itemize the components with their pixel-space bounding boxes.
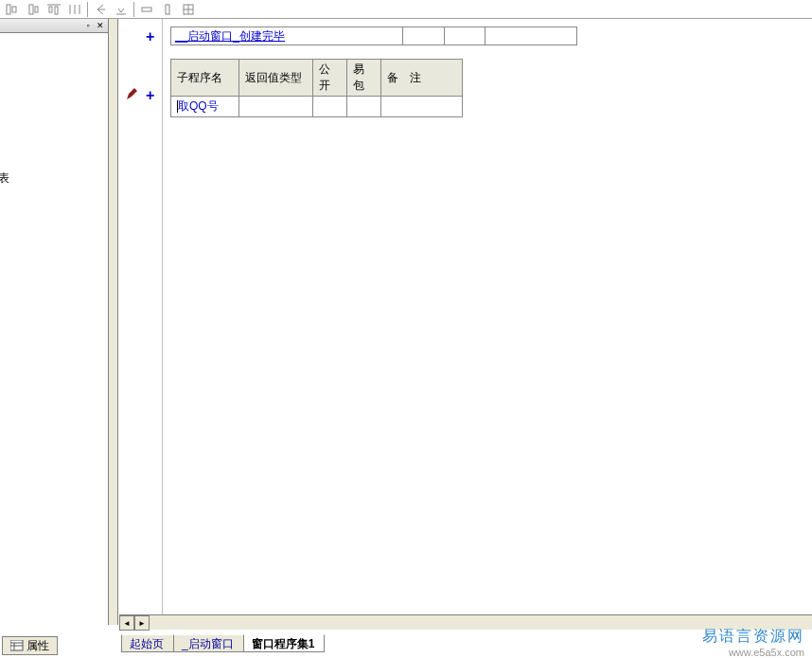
event-link[interactable]: __启动窗口_创建完毕	[175, 28, 285, 44]
svg-rect-3	[35, 7, 38, 12]
expand-marker[interactable]: +	[146, 28, 154, 45]
svg-rect-0	[7, 5, 10, 14]
size-both-btn[interactable]	[178, 1, 199, 18]
toolbar-separator	[133, 2, 134, 17]
svg-rect-5	[49, 7, 52, 12]
side-panel: ▫ ✕ 表	[0, 19, 109, 625]
properties-tab-bar: 属性	[2, 635, 58, 656]
properties-tab-label: 属性	[26, 638, 49, 654]
toolbar-separator	[87, 2, 88, 17]
table-row: 取QQ号	[171, 97, 463, 117]
tab-main-window[interactable]: _启动窗口	[173, 634, 244, 652]
svg-rect-6	[55, 7, 58, 14]
move-down-btn[interactable]	[111, 1, 132, 18]
watermark-en: www.e5a5x.com	[702, 647, 804, 658]
return-type-cell[interactable]	[239, 97, 313, 117]
panel-body	[0, 33, 108, 620]
side-text: 表	[0, 170, 9, 187]
remark-cell[interactable]	[381, 97, 463, 117]
svg-rect-12	[142, 8, 151, 11]
svg-rect-2	[29, 5, 33, 14]
col-public: 公开	[313, 60, 347, 97]
col-easy-pkg: 易包	[347, 60, 381, 97]
event-cell-2[interactable]	[402, 27, 445, 45]
event-cell-3[interactable]	[444, 27, 485, 45]
watermark: 易语言资源网 www.e5a5x.com	[702, 627, 804, 658]
size-h-btn[interactable]	[136, 1, 157, 18]
svg-rect-13	[166, 5, 169, 14]
properties-icon	[10, 640, 24, 651]
watermark-cn: 易语言资源网	[702, 627, 804, 647]
distribute-btn[interactable]	[64, 1, 85, 18]
tab-window-program-set[interactable]: 窗口程序集1	[243, 634, 326, 652]
subroutine-table: 子程序名 返回值类型 公开 易包 备 注 取QQ号	[170, 59, 463, 117]
properties-tab[interactable]: 属性	[2, 636, 58, 655]
align-top-btn[interactable]	[44, 1, 64, 18]
expand-marker[interactable]: +	[146, 87, 154, 104]
col-return-type: 返回值类型	[239, 60, 313, 97]
align-center-btn[interactable]	[23, 1, 44, 18]
move-left-btn[interactable]	[90, 1, 111, 18]
col-remark: 备 注	[381, 60, 463, 97]
easy-pkg-cell[interactable]	[347, 97, 381, 117]
svg-rect-1	[12, 7, 16, 12]
code-gutter: + +	[119, 19, 163, 625]
panel-dock-btn[interactable]: ▫	[82, 20, 94, 31]
panel-header: ▫ ✕	[0, 19, 108, 33]
size-v-btn[interactable]	[157, 1, 178, 18]
edit-pen-icon	[125, 88, 138, 101]
event-name-cell[interactable]: __启动窗口_创建完毕	[170, 27, 403, 45]
editor-tabs: 起始页 _启动窗口 窗口程序集1	[121, 631, 324, 652]
event-row: __启动窗口_创建完毕	[170, 27, 577, 45]
scroll-left-btn[interactable]: ◄	[119, 615, 134, 631]
sub-name-cell[interactable]: 取QQ号	[171, 97, 239, 117]
toolbar	[0, 0, 812, 19]
col-sub-name: 子程序名	[171, 60, 239, 97]
table-header-row: 子程序名 返回值类型 公开 易包 备 注	[171, 60, 463, 97]
event-cell-4[interactable]	[485, 27, 577, 45]
tab-start-page[interactable]: 起始页	[121, 634, 174, 652]
scroll-right-btn[interactable]: ►	[134, 615, 150, 631]
align-left-btn[interactable]	[2, 1, 23, 18]
public-cell[interactable]	[313, 97, 347, 117]
panel-close-btn[interactable]: ✕	[95, 20, 106, 31]
vertical-strip	[109, 19, 118, 625]
